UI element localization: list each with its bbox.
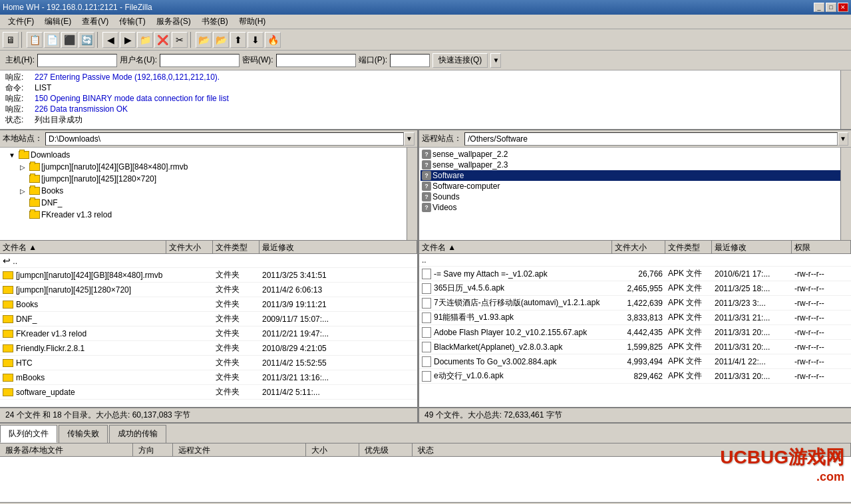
tree-item-software[interactable]: ? Software	[421, 170, 850, 181]
remote-file-row-up[interactable]: ..	[419, 254, 851, 267]
tree-item-wallpaper23[interactable]: ? sense_wallpaper_2.3	[421, 160, 850, 170]
tab-failed-transfers[interactable]: 传输失败	[59, 425, 108, 443]
local-col-type[interactable]: 文件类型	[213, 241, 259, 253]
menu-transfer[interactable]: 传输(T)	[114, 15, 150, 29]
local-file-row-3[interactable]: Books 文件夹 2011/3/9 19:11:21	[0, 297, 417, 312]
remote-file-row-7[interactable]: Documents To Go_v3.002.884.apk 4,993,494…	[419, 354, 851, 369]
toolbar-btn9[interactable]: ✂	[172, 32, 188, 48]
toolbar-btn1[interactable]: 📋	[27, 32, 43, 48]
toolbar-btn14[interactable]: 🔥	[265, 32, 281, 48]
local-file-size-2	[166, 289, 213, 291]
local-col-name[interactable]: 文件名 ▲	[0, 241, 166, 253]
close-button[interactable]: ✕	[838, 3, 848, 12]
tree-item-720p[interactable]: [jumpcn][naruto][425][1280×720]	[1, 173, 416, 185]
local-file-row-5[interactable]: FKreader v1.3 relod 文件夹 2011/2/21 19:47:…	[0, 326, 417, 341]
local-file-row-7[interactable]: HTC 文件夹 2011/4/2 15:52:55	[0, 356, 417, 370]
remote-tree[interactable]: ? sense_wallpaper_2.2 ? sense_wallpaper_…	[419, 148, 851, 241]
remote-file-date-6: 2011/3/31 20:...	[712, 342, 792, 352]
tree-expander-rmvb[interactable]: ▷	[17, 162, 28, 172]
local-file-row-up[interactable]: ↩ ..	[0, 254, 417, 268]
local-path-input[interactable]	[45, 132, 404, 146]
toolbar-btn8[interactable]: ❌	[154, 32, 170, 48]
tree-item-rmvb[interactable]: ▷ [jumpcn][naruto][424][GB][848×480].rmv…	[1, 161, 416, 173]
tree-expander-720p[interactable]	[17, 174, 28, 184]
queue-col-remote[interactable]: 远程文件	[173, 443, 306, 456]
remote-path-dropdown[interactable]: ▼	[838, 132, 848, 146]
tree-item-videos[interactable]: ? Videos	[421, 202, 850, 213]
toolbar-btn10[interactable]: 📂	[196, 32, 212, 48]
local-col-size[interactable]: 文件大小	[166, 241, 213, 253]
remote-col-name[interactable]: 文件名 ▲	[419, 241, 612, 253]
queue-col-priority[interactable]: 优先级	[359, 443, 413, 456]
tree-item-sounds[interactable]: ? Sounds	[421, 191, 850, 202]
tree-item-wallpaper22[interactable]: ? sense_wallpaper_2.2	[421, 149, 850, 160]
connect-button[interactable]: 快速连接(Q)	[432, 53, 488, 68]
toolbar-btn11[interactable]: 📂	[213, 32, 229, 48]
menu-edit[interactable]: 编辑(E)	[39, 15, 77, 29]
tab-successful-transfers[interactable]: 成功的传输	[109, 425, 166, 443]
remote-col-size[interactable]: 文件大小	[612, 241, 665, 253]
local-file-row-4[interactable]: DNF_ 文件夹 2009/11/7 15:07:...	[0, 312, 417, 326]
menu-server[interactable]: 服务器(S)	[151, 15, 196, 29]
local-file-row-1[interactable]: [jumpcn][naruto][424][GB][848×480].rmvb …	[0, 268, 417, 283]
tree-item-fkreader[interactable]: FKreader v1.3 relod	[1, 209, 416, 221]
tab-queued-files[interactable]: 队列的文件	[0, 425, 57, 443]
remote-file-row-4[interactable]: 91能猫看书_v1.93.apk 3,833,813 APK 文件 2011/3…	[419, 311, 851, 325]
remote-file-row-6[interactable]: BlackMarket(Applanet)_v2.8.0.3.apk 1,599…	[419, 340, 851, 354]
menu-bookmarks[interactable]: 书签(B)	[196, 15, 234, 29]
menu-file[interactable]: 文件(F)	[3, 15, 39, 29]
remote-file-row-8[interactable]: e动交行_v1.0.6.apk 829,462 APK 文件 2011/3/31…	[419, 369, 851, 384]
tree-item-software-computer[interactable]: ? Software-computer	[421, 181, 850, 191]
toolbar-btn13[interactable]: ⬇	[248, 32, 263, 48]
local-tree-scrollbar[interactable]	[407, 148, 417, 240]
tree-item-books[interactable]: ▷ Books	[1, 185, 416, 197]
toolbar-btn12[interactable]: ⬆	[230, 32, 246, 48]
tree-expander-downloads[interactable]: ▼	[7, 150, 17, 160]
connect-dropdown[interactable]: ▼	[490, 53, 501, 68]
queue-col-direction[interactable]: 方向	[133, 443, 173, 456]
local-file-row-8[interactable]: mBooks 文件夹 2011/3/21 13:16:...	[0, 370, 417, 385]
local-file-row-2[interactable]: [jumpcn][naruto][425][1280×720] 文件夹 2011…	[0, 283, 417, 297]
tree-expander-books[interactable]: ▷	[17, 186, 28, 196]
username-input[interactable]	[160, 54, 240, 67]
toolbar-btn2[interactable]: 📄	[44, 32, 60, 48]
local-file-row-9[interactable]: software_update 文件夹 2011/4/2 5:11:...	[0, 385, 417, 400]
remote-col-date[interactable]: 最近修改	[712, 241, 792, 253]
local-path-dropdown[interactable]: ▼	[404, 132, 415, 146]
toolbar-new-site[interactable]: 🖥	[3, 32, 19, 48]
remote-file-row-5[interactable]: Adobe Flash Player 10.2_v10.2.155.67.apk…	[419, 325, 851, 340]
menu-help[interactable]: 帮助(H)	[234, 15, 271, 29]
minimize-button[interactable]: _	[814, 3, 824, 12]
remote-file-row-1[interactable]: -= Save my Attach =-_v1.02.apk 26,766 AP…	[419, 267, 851, 281]
toolbar-btn7[interactable]: 📁	[137, 32, 153, 48]
remote-file-row-3[interactable]: 7天连锁酒店-点行移动版(automavi)_v1.2.1.apk 1,422,…	[419, 296, 851, 311]
password-input[interactable]	[276, 54, 356, 67]
local-file-row-6[interactable]: Friendly.Flickr.2.8.1 文件夹 2010/8/29 4:21…	[0, 341, 417, 356]
local-file-name-6: Friendly.Flickr.2.8.1	[0, 343, 166, 354]
remote-path-input[interactable]	[464, 132, 838, 146]
toolbar-btn3[interactable]: ⬛	[61, 32, 77, 48]
remote-col-type[interactable]: 文件类型	[665, 241, 712, 253]
log-scrollbar[interactable]	[840, 70, 851, 129]
tree-item-dnf[interactable]: DNF_	[1, 197, 416, 209]
queue-col-server[interactable]: 服务器/本地文件	[0, 443, 133, 456]
toolbar-btn6[interactable]: ▶	[120, 32, 136, 48]
local-panel: ▼ Downloads ▷ [jumpcn][naruto][424][GB][…	[0, 148, 419, 407]
menu-view[interactable]: 查看(V)	[77, 15, 114, 29]
tree-expander-fkreader[interactable]	[17, 209, 28, 220]
remote-file-perms-6: -rw-r--r--	[792, 342, 851, 352]
remote-path-bar: 远程站点： ▼	[419, 130, 851, 148]
local-tree[interactable]: ▼ Downloads ▷ [jumpcn][naruto][424][GB][…	[0, 148, 417, 241]
toolbar-btn4[interactable]: 🔄	[79, 32, 94, 48]
host-input[interactable]	[37, 54, 117, 67]
toolbar-btn5[interactable]: ◀	[102, 32, 118, 48]
tree-item-downloads[interactable]: ▼ Downloads	[1, 149, 416, 161]
port-input[interactable]	[390, 54, 430, 67]
remote-col-perms[interactable]: 权限	[792, 241, 851, 253]
maximize-button[interactable]: □	[826, 3, 836, 12]
tree-expander-dnf[interactable]	[17, 197, 28, 208]
local-col-date[interactable]: 最近修改	[259, 241, 417, 253]
remote-file-row-2[interactable]: 365日历_v4.5.6.apk 2,465,955 APK 文件 2011/3…	[419, 281, 851, 296]
queue-col-size[interactable]: 大小	[306, 443, 359, 456]
remote-tree-scrollbar[interactable]	[840, 148, 851, 240]
